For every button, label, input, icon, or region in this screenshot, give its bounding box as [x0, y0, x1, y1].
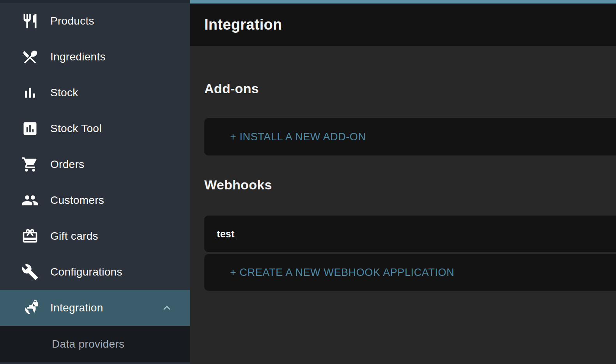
sidebar-item-stock-tool[interactable]: Stock Tool — [0, 111, 190, 147]
people-icon — [21, 191, 39, 209]
sidebar-item-label: Configurations — [50, 266, 122, 278]
sidebar-item-label: Products — [50, 15, 94, 27]
app-window: Products Ingredients Stock Stock Tool Or — [0, 0, 616, 364]
sidebar-item-label: Customers — [50, 194, 104, 207]
page-title: Integration — [204, 16, 282, 33]
sidebar-item-label: Integration — [50, 302, 103, 314]
sidebar-item-gift-cards[interactable]: Gift cards — [0, 218, 190, 254]
sidebar-subitem-label: Data providers — [52, 338, 124, 350]
sidebar-item-label: Ingredients — [50, 51, 106, 63]
install-addon-card: + INSTALL A NEW ADD-ON — [204, 118, 616, 155]
create-webhook-button[interactable]: + CREATE A NEW WEBHOOK APPLICATION — [204, 267, 454, 279]
sidebar-item-integration[interactable]: Integration — [0, 290, 190, 326]
chevron-up-icon[interactable] — [160, 301, 174, 315]
sidebar-item-customers[interactable]: Customers — [0, 182, 190, 218]
sidebar: Products Ingredients Stock Stock Tool Or — [0, 0, 190, 364]
addons-section-heading: Add-ons — [204, 80, 616, 97]
sidebar-item-configurations[interactable]: Configurations — [0, 254, 190, 290]
sidebar-item-label: Stock Tool — [50, 122, 102, 135]
shopping-cart-icon — [21, 155, 39, 173]
webhook-list-item[interactable]: test — [204, 216, 616, 252]
sidebar-item-label: Orders — [50, 158, 84, 171]
sidebar-subitem-data-providers[interactable]: Data providers — [0, 326, 190, 362]
globe-lock-icon — [21, 299, 39, 317]
top-accent-bar — [190, 0, 616, 4]
sidebar-item-label: Stock — [50, 87, 78, 99]
sidebar-item-orders[interactable]: Orders — [0, 147, 190, 182]
create-webhook-card: + CREATE A NEW WEBHOOK APPLICATION — [204, 254, 616, 291]
bar-chart-icon — [21, 84, 39, 102]
sidebar-item-ingredients[interactable]: Ingredients — [0, 39, 190, 75]
sidebar-item-stock[interactable]: Stock — [0, 75, 190, 111]
restaurant-icon — [21, 12, 39, 30]
install-addon-button[interactable]: + INSTALL A NEW ADD-ON — [204, 131, 366, 143]
main-area: Integration Add-ons + INSTALL A NEW ADD-… — [190, 0, 616, 364]
sidebar-item-products[interactable]: Products — [0, 3, 190, 39]
sidebar-item-label: Gift cards — [50, 230, 98, 242]
wrench-icon — [21, 263, 39, 281]
sidebar-divider — [0, 0, 190, 3]
fork-spoon-crossed-icon — [21, 48, 39, 66]
content-area: Add-ons + INSTALL A NEW ADD-ON Webhooks … — [190, 46, 616, 364]
webhooks-section-heading: Webhooks — [204, 176, 616, 194]
gift-card-icon — [21, 227, 39, 245]
webhook-name: test — [204, 228, 235, 240]
page-header: Integration — [190, 4, 616, 46]
poll-chart-icon — [21, 120, 39, 138]
